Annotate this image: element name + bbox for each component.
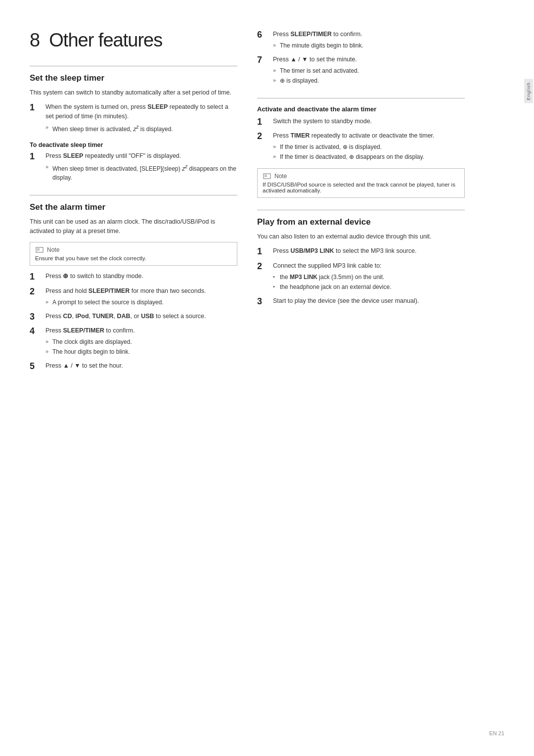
activate-note-text: If DISC/USB/iPod source is selected and …: [263, 182, 459, 193]
page-footer: EN 21: [489, 730, 504, 736]
alarm-timer-title: Set the alarm timer: [30, 202, 237, 212]
external-device-title: Play from an external device: [257, 217, 465, 227]
external-divider: [257, 210, 465, 210]
alarm-step-2: 2 Press and hold SLEEP/TIMER for more th…: [30, 286, 237, 308]
alarm-steps-6-7: 6 Press SLEEP/TIMER to confirm. The minu…: [257, 30, 465, 86]
note-header: Note: [35, 246, 232, 253]
alarm-step-7: 7 Press ▲ / ▼ to set the minute. The tim…: [257, 55, 465, 86]
alarm-note-box: Note Ensure that you have set the clock …: [30, 242, 237, 266]
page-number: EN 21: [489, 730, 504, 736]
note-icon: [35, 246, 44, 253]
activate-note-header: Note: [263, 173, 459, 180]
section-divider: [30, 66, 237, 66]
activate-step-1: 1 Switch the system to standby mode.: [257, 117, 465, 128]
sleep-timer-title: Set the sleep timer: [30, 73, 237, 83]
sleep-timer-steps: 1 When the system is turned on, press SL…: [30, 102, 237, 135]
deactivate-sleep-label: To deactivate sleep timer: [30, 142, 237, 148]
chapter-number: 8: [30, 30, 40, 50]
activate-note-icon: [263, 173, 271, 180]
alarm-steps-continued: 6 Press SLEEP/TIMER to confirm. The minu…: [257, 30, 465, 86]
alarm-step-5: 5 Press ▲ / ▼ to set the hour.: [30, 361, 237, 372]
alarm-step-6: 6 Press SLEEP/TIMER to confirm. The minu…: [257, 30, 465, 51]
activate-step-2: 2 Press TIMER repeatedly to activate or …: [257, 131, 465, 162]
side-tab-label: English: [524, 79, 533, 103]
alarm-step-4: 4 Press SLEEP/TIMER to confirm. The cloc…: [30, 326, 237, 357]
activate-note-label: Note: [274, 173, 287, 180]
external-step-1: 1 Press USB/MP3 LINK to select the MP3 l…: [257, 246, 465, 257]
activate-divider: [257, 98, 465, 98]
activate-title: Activate and deactivate the alarm timer: [257, 105, 465, 113]
note-label: Note: [47, 246, 59, 253]
sleep-timer-intro: This system can switch to standby automa…: [30, 88, 237, 97]
activate-steps: 1 Switch the system to standby mode. 2 P…: [257, 117, 465, 162]
sleep-step-1: 1 When the system is turned on, press SL…: [30, 102, 237, 135]
alarm-step-3: 3 Press CD, iPod, TUNER, DAB, or USB to …: [30, 312, 237, 323]
note-text: Ensure that you have set the clock corre…: [35, 255, 232, 261]
deactivate-steps: 1 Press SLEEP repeatedly until "OFF" is …: [30, 151, 237, 183]
main-content: 8 Other features Set the sleep timer Thi…: [0, 0, 523, 756]
right-column: 6 Press SLEEP/TIMER to confirm. The minu…: [257, 30, 465, 726]
activate-deactivate-section: Activate and deactivate the alarm timer …: [257, 98, 465, 198]
external-step-3: 3 Start to play the device (see the devi…: [257, 296, 465, 307]
external-device-section: Play from an external device You can als…: [257, 210, 465, 307]
alarm-timer-section: Set the alarm timer This unit can be use…: [30, 195, 237, 372]
deactivate-sleep-section: To deactivate sleep timer 1 Press SLEEP …: [30, 142, 237, 183]
deactivate-step-1: 1 Press SLEEP repeatedly until "OFF" is …: [30, 151, 237, 183]
left-column: 8 Other features Set the sleep timer Thi…: [30, 30, 237, 726]
external-device-intro: You can also listen to an external audio…: [257, 232, 465, 241]
alarm-timer-intro: This unit can be used as an alarm clock.…: [30, 217, 237, 236]
alarm-divider: [30, 195, 237, 195]
activate-note-box: Note If DISC/USB/iPod source is selected…: [257, 168, 465, 198]
sleep-timer-section: Set the sleep timer This system can swit…: [30, 66, 237, 183]
alarm-step-1: 1 Press ⊕ to switch to standby mode.: [30, 272, 237, 283]
external-device-steps: 1 Press USB/MP3 LINK to select the MP3 l…: [257, 246, 465, 307]
page-container: 8 Other features Set the sleep timer Thi…: [0, 0, 534, 756]
chapter-title-text: Other features: [49, 30, 162, 50]
alarm-timer-steps: 1 Press ⊕ to switch to standby mode. 2 P…: [30, 272, 237, 372]
chapter-title: 8 Other features: [30, 30, 237, 51]
external-step-2: 2 Connect the supplied MP3 link cable to…: [257, 261, 465, 292]
side-tab: English: [523, 0, 534, 756]
